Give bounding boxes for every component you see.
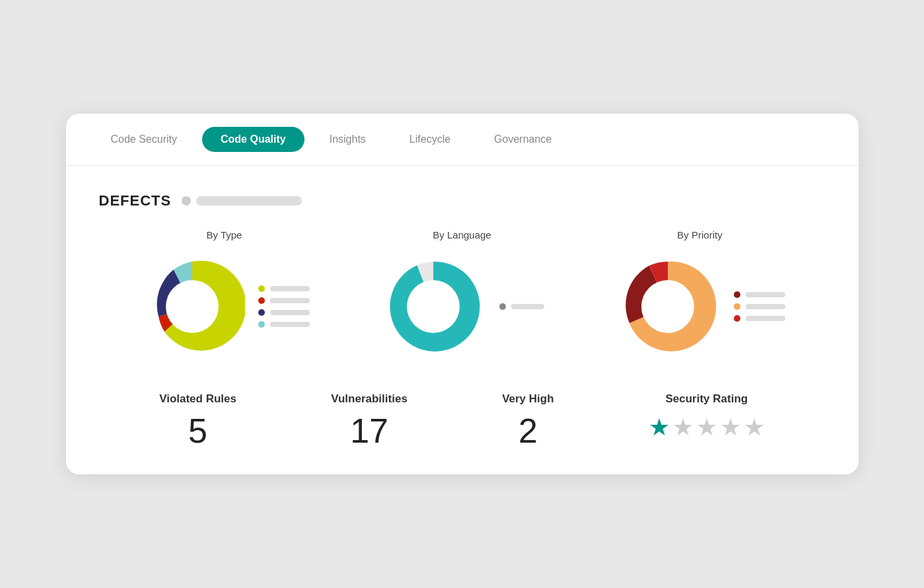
content-area: DEFECTS By Type bbox=[66, 166, 859, 474]
legend-bar-3 bbox=[270, 310, 310, 315]
legend-item bbox=[258, 297, 310, 304]
legend-item bbox=[258, 321, 310, 328]
legend-dot-lang bbox=[499, 303, 506, 310]
legend-bar-p1 bbox=[746, 292, 785, 297]
legend-bar-p3 bbox=[746, 316, 785, 321]
chart-by-language-title: By Language bbox=[433, 229, 491, 240]
security-rating-label: Security Rating bbox=[665, 392, 748, 406]
chart-by-type-content bbox=[139, 254, 310, 359]
very-high-value: 2 bbox=[518, 414, 538, 448]
star-filled-1: ★ bbox=[649, 414, 670, 441]
loader-dot bbox=[182, 196, 191, 205]
star-empty-2: ★ bbox=[672, 414, 693, 441]
legend-bar-4 bbox=[270, 322, 310, 327]
star-empty-4: ★ bbox=[720, 414, 741, 441]
legend-item bbox=[734, 303, 785, 310]
legend-bar-2 bbox=[270, 298, 310, 303]
charts-row: By Type bbox=[99, 229, 826, 359]
tab-lifecycle[interactable]: Lifecycle bbox=[391, 127, 469, 152]
chart-by-type: By Type bbox=[106, 229, 343, 359]
legend-item bbox=[499, 303, 544, 310]
metric-vulnerabilities: Vulnerabilities 17 bbox=[331, 392, 408, 448]
tab-code-quality[interactable]: Code Quality bbox=[202, 127, 304, 152]
tab-insights[interactable]: Insights bbox=[311, 127, 384, 152]
legend-by-priority bbox=[734, 291, 785, 322]
donut-by-type bbox=[139, 254, 245, 359]
donut-by-priority bbox=[615, 254, 721, 359]
legend-dot-dark-red bbox=[734, 291, 740, 298]
legend-bar-lang bbox=[511, 304, 544, 309]
violated-rules-label: Violated Rules bbox=[159, 392, 236, 406]
legend-dot-red-p bbox=[734, 315, 740, 322]
chart-by-language: By Language bbox=[343, 229, 581, 359]
legend-item bbox=[734, 315, 785, 322]
tab-governance[interactable]: Governance bbox=[476, 127, 570, 152]
metric-violated-rules: Violated Rules 5 bbox=[159, 392, 236, 448]
legend-item bbox=[258, 309, 310, 316]
chart-by-language-content bbox=[380, 254, 544, 359]
security-rating-stars: ★ ★ ★ ★ ★ bbox=[649, 414, 765, 441]
chart-by-priority-title: By Priority bbox=[677, 229, 722, 240]
svg-point-1 bbox=[407, 280, 460, 333]
tab-bar: Code Security Code Quality Insights Life… bbox=[66, 114, 859, 166]
defects-header: DEFECTS bbox=[99, 192, 826, 209]
star-empty-5: ★ bbox=[744, 414, 765, 441]
legend-by-language bbox=[499, 303, 544, 310]
very-high-label: Very High bbox=[502, 392, 553, 406]
defects-loader bbox=[182, 196, 302, 205]
svg-point-2 bbox=[641, 280, 694, 333]
legend-dot-red bbox=[258, 297, 265, 304]
violated-rules-value: 5 bbox=[188, 414, 207, 448]
defects-title: DEFECTS bbox=[99, 192, 172, 209]
donut-by-language bbox=[380, 254, 486, 359]
metric-very-high: Very High 2 bbox=[502, 392, 553, 448]
vulnerabilities-value: 17 bbox=[350, 414, 388, 448]
legend-by-type bbox=[258, 285, 310, 328]
legend-dot-yellow bbox=[258, 285, 265, 292]
legend-dot-teal bbox=[258, 321, 265, 328]
chart-by-priority: By Priority bbox=[581, 229, 819, 359]
legend-item bbox=[258, 285, 310, 292]
chart-by-priority-content bbox=[615, 254, 785, 359]
metric-security-rating: Security Rating ★ ★ ★ ★ ★ bbox=[649, 392, 765, 441]
legend-bar-1 bbox=[270, 286, 310, 291]
loader-bar bbox=[196, 196, 302, 205]
legend-dot-orange bbox=[734, 303, 740, 310]
legend-item bbox=[734, 291, 785, 298]
metrics-row: Violated Rules 5 Vulnerabilities 17 Very… bbox=[99, 392, 826, 448]
tab-code-security[interactable]: Code Security bbox=[92, 127, 196, 152]
main-card: Code Security Code Quality Insights Life… bbox=[66, 114, 859, 474]
vulnerabilities-label: Vulnerabilities bbox=[331, 392, 408, 406]
star-empty-3: ★ bbox=[696, 414, 717, 441]
svg-point-0 bbox=[166, 280, 219, 333]
legend-dot-blue bbox=[258, 309, 265, 316]
legend-bar-p2 bbox=[746, 304, 785, 309]
chart-by-type-title: By Type bbox=[207, 229, 242, 240]
